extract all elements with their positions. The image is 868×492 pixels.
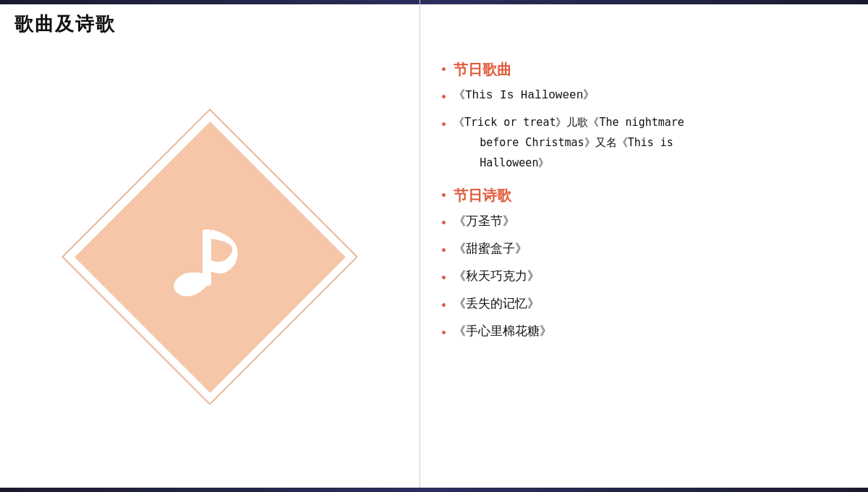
top-bar <box>0 0 868 4</box>
bullet-dot: • <box>441 184 446 207</box>
bullet-text-songs-heading: 节日歌曲 <box>454 58 511 81</box>
list-item: • 《Trick or treat》儿歌《The nightmare befor… <box>441 113 854 174</box>
music-icon-container <box>101 148 318 365</box>
list-item: • 节日诗歌 <box>441 184 854 207</box>
list-item: • 《This Is Halloween》 <box>441 85 854 109</box>
list-item: • 节日歌曲 <box>441 58 854 81</box>
bullet-dot: • <box>441 211 446 234</box>
list-item: • 《手心里棉花糖》 <box>441 321 854 344</box>
bullet-text-poem3: 《秋天巧克力》 <box>454 266 540 286</box>
bullet-text-poems-heading: 节日诗歌 <box>454 184 511 207</box>
divider-line <box>420 0 420 492</box>
bullet-dot: • <box>441 294 446 317</box>
right-panel: • 节日歌曲 • 《This Is Halloween》 • 《Trick or… <box>434 43 861 470</box>
bullet-dot: • <box>441 266 446 289</box>
bullet-dot: • <box>441 113 446 136</box>
bullet-dot: • <box>441 321 446 344</box>
bullet-dot: • <box>441 85 446 109</box>
list-item: • 《秋天巧克力》 <box>441 266 854 289</box>
bullet-text-poem2: 《甜蜜盒子》 <box>454 239 527 258</box>
bullet-dot: • <box>441 58 446 81</box>
left-panel <box>0 43 420 470</box>
list-item: • 《丢失的记忆》 <box>441 294 854 317</box>
list-item: • 《甜蜜盒子》 <box>441 239 854 262</box>
bullet-dot: • <box>441 239 446 262</box>
bullet-text-poem5: 《手心里棉花糖》 <box>454 321 552 341</box>
bullet-text-halloween: 《This Is Halloween》 <box>454 85 595 106</box>
bullet-text-poem4: 《丢失的记忆》 <box>454 294 540 313</box>
music-note-icon <box>152 199 268 315</box>
page-title: 歌曲及诗歌 <box>14 12 116 37</box>
list-item: • 《万圣节》 <box>441 211 854 234</box>
bullet-text-trick-or-treat: 《Trick or treat》儿歌《The nightmare before … <box>454 113 684 174</box>
bullet-text-poem1: 《万圣节》 <box>454 211 515 231</box>
bottom-bar <box>0 488 868 492</box>
